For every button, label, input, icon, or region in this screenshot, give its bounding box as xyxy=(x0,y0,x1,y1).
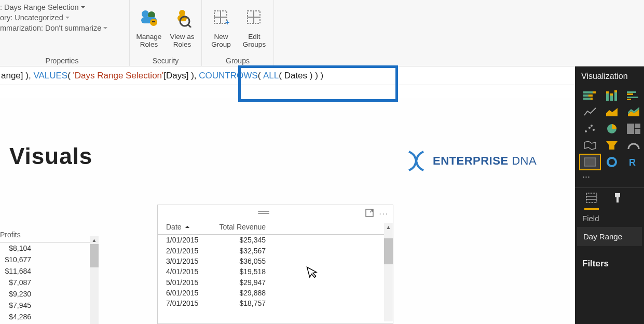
view-as-l1: View as xyxy=(170,33,194,41)
viz-scatter-icon[interactable] xyxy=(580,122,600,136)
cell-date: 6/01/2015 xyxy=(166,289,214,297)
cell-value: $32,567 xyxy=(214,247,266,255)
table-row: 1/01/2015$25,345 xyxy=(158,235,393,245)
edit-groups-l2: Groups xyxy=(243,41,266,49)
svg-rect-30 xyxy=(627,93,633,95)
svg-rect-51 xyxy=(615,193,620,197)
prop-summarization[interactable]: mmarization: Don't summarize xyxy=(0,23,124,33)
revenue-rows: 1/01/2015$25,345 2/01/2015$32,567 3/01/2… xyxy=(158,235,393,309)
svg-marker-44 xyxy=(606,141,618,150)
svg-rect-22 xyxy=(591,98,593,100)
table-row: $9,230 xyxy=(0,288,99,300)
more-options-icon[interactable]: ··· xyxy=(379,209,389,218)
viz-clustered-bar-icon[interactable] xyxy=(624,88,643,103)
cell-value: $29,888 xyxy=(214,289,266,297)
manage-roles-l2: Roles xyxy=(140,41,158,49)
scroll-up-icon[interactable]: ▲ xyxy=(384,223,393,232)
svg-rect-45 xyxy=(584,158,596,166)
svg-rect-23 xyxy=(606,93,609,101)
cell-value: $36,055 xyxy=(214,257,266,265)
profits-visual[interactable]: Profits $8,104 $10,677 $11,684 $7,087 $9… xyxy=(0,228,99,322)
formula-text-3: [Days] ), xyxy=(163,71,199,81)
fields-tab-icon xyxy=(585,192,598,204)
viz-stacked-area-icon[interactable] xyxy=(624,105,643,119)
table-row: $10,677 xyxy=(0,254,99,265)
scroll-up-icon[interactable]: ▲ xyxy=(90,236,99,245)
cell-date: 7/01/2015 xyxy=(166,299,214,307)
visualizations-pane: Visualization R ··· Field Day Range Filt… xyxy=(575,66,644,324)
viz-treemap-icon[interactable] xyxy=(624,122,643,136)
prop-summarization-label: mmarization: Don't summarize xyxy=(0,24,101,32)
view-as-icon xyxy=(172,8,192,28)
revenue-visual[interactable]: ··· Date Total Revenue 1/01/2015$25,345 … xyxy=(157,205,393,324)
new-group-button[interactable]: + New Group xyxy=(207,2,235,49)
edit-groups-icon xyxy=(244,8,264,28)
svg-point-0 xyxy=(142,10,149,18)
revenue-header-date[interactable]: Date xyxy=(166,223,214,231)
viz-map-icon[interactable] xyxy=(580,138,600,153)
view-as-l2: Roles xyxy=(173,41,191,49)
formula-fn-values: VALUES xyxy=(33,71,67,81)
revenue-scrollbar[interactable]: ▲ xyxy=(384,223,393,321)
viz-card-icon[interactable] xyxy=(580,155,600,169)
svg-rect-31 xyxy=(627,97,638,98)
page-title: Visuals xyxy=(9,143,92,169)
cell-value: $18,757 xyxy=(214,299,266,307)
pane-tabs xyxy=(575,187,644,208)
ribbon-group-groups: + New Group Edit Groups Groups xyxy=(202,0,274,66)
view-as-roles-button[interactable]: View as Roles xyxy=(168,2,196,49)
prop-header-label: : Days Range Selection xyxy=(0,3,79,11)
viz-area-icon[interactable] xyxy=(602,105,622,119)
table-row: 4/01/2015$19,518 xyxy=(158,266,393,277)
svg-rect-4 xyxy=(152,21,155,22)
viz-line-icon[interactable] xyxy=(580,105,600,119)
field-well-value[interactable]: Day Range xyxy=(577,227,642,246)
table-row: $7,945 xyxy=(0,300,99,311)
formula-text-5: ( Dates ) ) ) xyxy=(279,71,323,81)
new-group-icon: + xyxy=(211,8,231,28)
prop-category[interactable]: ory: Uncategorized xyxy=(0,12,124,23)
svg-line-8 xyxy=(188,24,191,28)
viz-pie-icon[interactable] xyxy=(602,122,622,136)
viz-r-script-icon[interactable]: R xyxy=(624,155,643,169)
new-group-l1: New xyxy=(214,33,228,41)
revenue-header-total[interactable]: Total Revenue xyxy=(214,223,266,231)
profits-scroll-thumb[interactable] xyxy=(90,244,99,267)
svg-text:+: + xyxy=(225,18,229,26)
svg-rect-52 xyxy=(616,197,619,203)
viz-donut-icon[interactable] xyxy=(602,155,622,169)
brand-text-b: DNA xyxy=(509,154,537,167)
svg-rect-18 xyxy=(593,91,596,93)
brand-text-a: ENTERPRISE xyxy=(433,154,509,167)
viz-stacked-column-icon[interactable] xyxy=(602,88,622,103)
svg-rect-21 xyxy=(583,98,591,100)
cell-date: 3/01/2015 xyxy=(166,257,214,265)
manage-roles-l1: Manage xyxy=(136,33,162,41)
tab-fields[interactable] xyxy=(585,192,598,206)
table-row: 7/01/2015$18,757 xyxy=(158,298,393,308)
svg-rect-43 xyxy=(635,129,640,134)
formula-text-1: ange] ), xyxy=(1,71,33,81)
svg-rect-20 xyxy=(588,95,593,97)
table-row: $7,087 xyxy=(0,277,99,288)
focus-mode-icon[interactable] xyxy=(365,209,374,217)
svg-rect-41 xyxy=(627,124,634,134)
field-well-label: Field xyxy=(575,208,644,226)
viz-more-icon[interactable]: ··· xyxy=(575,169,644,187)
formula-bar[interactable]: ange] ), VALUES ( 'Days Range Selection'… xyxy=(0,66,644,85)
svg-rect-19 xyxy=(583,95,588,97)
chevron-down-icon xyxy=(103,26,108,30)
prop-header-table[interactable]: : Days Range Selection xyxy=(0,2,124,12)
viz-funnel-icon[interactable] xyxy=(602,138,622,153)
tab-format[interactable] xyxy=(611,192,624,206)
drag-handle-icon[interactable] xyxy=(258,211,269,215)
svg-rect-25 xyxy=(610,96,613,101)
table-row: 3/01/2015$36,055 xyxy=(158,256,393,266)
viz-gauge-icon[interactable] xyxy=(624,138,643,153)
profits-header: Profits xyxy=(0,228,99,242)
manage-roles-button[interactable]: Manage Roles xyxy=(135,2,163,49)
formula-fn-countrows: COUNTROWS xyxy=(199,71,257,81)
edit-groups-button[interactable]: Edit Groups xyxy=(240,2,268,49)
viz-stacked-bar-icon[interactable] xyxy=(580,88,600,103)
revenue-scroll-thumb[interactable] xyxy=(384,238,393,264)
